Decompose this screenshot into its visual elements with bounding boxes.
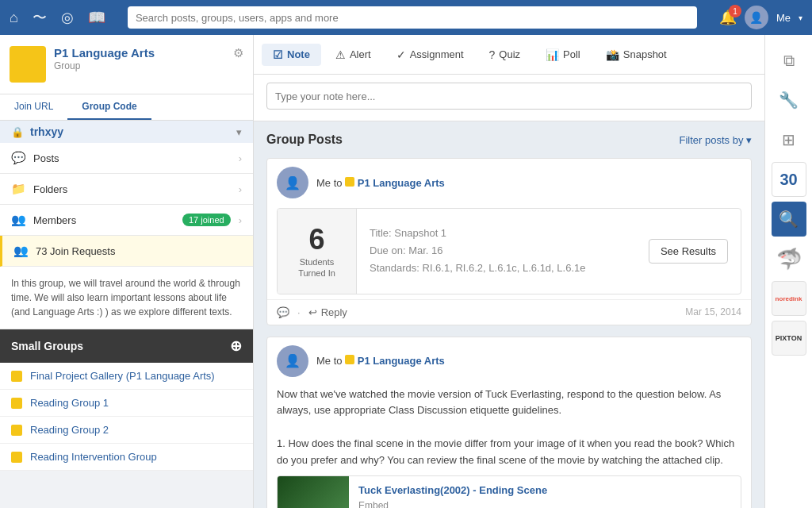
noredink-label: noredink — [776, 295, 802, 302]
tab-snapshot[interactable]: 📸 Snapshot — [595, 44, 678, 66]
tab-poll[interactable]: 📊 Poll — [534, 44, 592, 66]
tab-assignment[interactable]: ✓ Assignment — [385, 44, 475, 66]
author-text: Me to — [316, 355, 343, 367]
group-link[interactable]: P1 Language Arts — [358, 355, 445, 367]
small-group-item-reading-2[interactable]: Reading Group 2 — [0, 417, 253, 444]
quiz-icon: ? — [489, 48, 496, 61]
search-app-icon[interactable]: 🔍 — [772, 202, 806, 237]
filter-posts-button[interactable]: Filter posts by ▾ — [679, 134, 752, 146]
assignment-icon: ✓ — [396, 48, 406, 61]
lock-icon: 🔒 — [11, 126, 24, 138]
notification-badge: 1 — [729, 5, 741, 17]
snapshot-due: Mar. 16 — [408, 244, 442, 256]
help-icon[interactable]: ◎ — [61, 9, 74, 26]
noredink-icon[interactable]: noredink — [772, 281, 806, 316]
group-code-tab[interactable]: Group Code — [67, 94, 151, 120]
main-layout: P1 Language Arts Group ⚙ Join URL Group … — [0, 35, 812, 508]
nav-icons: ⌂ 〜 ◎ 📖 — [10, 8, 105, 27]
poll-icon: 📊 — [546, 48, 559, 61]
reply-icon: ↩ — [308, 306, 317, 318]
sidebar-item-join-requests[interactable]: 👥 73 Join Requests — [0, 236, 253, 267]
posts-header: Group Posts Filter posts by ▾ — [266, 133, 752, 147]
note-input[interactable] — [266, 83, 752, 110]
search-input[interactable] — [128, 6, 697, 29]
book-icon[interactable]: 📖 — [88, 9, 105, 26]
posts-area: Group Posts Filter posts by ▾ 👤 Me to P1… — [254, 121, 764, 508]
group-logo — [10, 46, 46, 83]
posts-label: Posts — [33, 152, 231, 164]
members-badge: 17 joined — [182, 214, 231, 226]
post-card-snapshot: 👤 Me to P1 Language Arts 6 StudentsTurne… — [266, 158, 752, 325]
snapshot-standards: RI.6.1, RI.6.2, L.6.1c, L.6.1d, L.6.1e — [423, 262, 586, 274]
join-requests-label: 73 Join Requests — [36, 245, 242, 257]
post-author: Me to P1 Language Arts — [316, 177, 445, 189]
center-content: ☑ Note ⚠ Alert ✓ Assignment ? Quiz 📊 Pol… — [254, 35, 764, 508]
embed-title[interactable]: Tuck Everlasting(2002) - Ending Scene — [358, 483, 547, 499]
tab-alert[interactable]: ⚠ Alert — [324, 44, 382, 66]
tab-quiz[interactable]: ? Quiz — [478, 44, 532, 66]
add-small-group-icon[interactable]: ⊕ — [230, 337, 242, 355]
reply-button[interactable]: ↩ Reply — [308, 306, 347, 318]
gear-icon[interactable]: ⚙ — [233, 46, 243, 60]
small-group-item-reading-intervention[interactable]: Reading Intervention Group — [0, 444, 253, 471]
small-groups-title: Small Groups — [11, 340, 83, 352]
home-icon[interactable]: ⌂ — [10, 10, 18, 26]
small-group-label: Reading Group 1 — [30, 397, 109, 409]
snapshot-count: 6 — [293, 223, 340, 256]
small-group-label: Reading Group 2 — [30, 424, 109, 436]
small-group-item-final-project[interactable]: Final Project Gallery (P1 Language Arts) — [0, 363, 253, 390]
group-code-row: 🔒 trhxyy ▾ — [0, 121, 253, 143]
pixton-icon[interactable]: PIXTON — [772, 321, 806, 356]
see-results-button[interactable]: See Results — [649, 239, 728, 264]
post-body: Now that we've watched the movie version… — [267, 382, 751, 508]
group-description: In this group, we will travel around the… — [0, 267, 253, 329]
group-dot-icon — [11, 452, 22, 463]
join-url-tab[interactable]: Join URL — [0, 94, 67, 120]
activity-icon[interactable]: 〜 — [33, 8, 47, 27]
avatar[interactable]: 👤 — [745, 6, 768, 29]
embed-card: Tuck Everlasting(2002) - Ending Scene Em… — [277, 475, 741, 508]
group-dot-icon — [11, 398, 22, 409]
copy-icon[interactable]: ⧉ — [772, 43, 806, 78]
small-group-label: Final Project Gallery (P1 Language Arts) — [30, 370, 215, 382]
separator: · — [297, 306, 301, 318]
small-group-item-reading-1[interactable]: Reading Group 1 — [0, 390, 253, 417]
join-tabs: Join URL Group Code — [0, 94, 253, 121]
apps-icon[interactable]: ⊞ — [772, 122, 806, 157]
post-date: Mar 15, 2014 — [685, 306, 741, 318]
posts-icon: 💬 — [11, 151, 25, 165]
user-menu-label[interactable]: Me — [776, 12, 791, 24]
sidebar-item-posts[interactable]: 💬 Posts › — [0, 143, 253, 174]
tab-alert-label: Alert — [350, 48, 371, 60]
avatar: 👤 — [277, 345, 308, 377]
calendar-widget[interactable]: 30 — [772, 162, 806, 197]
post-header: 👤 Me to P1 Language Arts — [267, 337, 751, 382]
snapshot-right: Title: Snapshot 1 Due on: Mar. 16 Standa… — [357, 209, 741, 294]
chevron-down-icon[interactable]: ▾ — [236, 126, 242, 138]
small-groups-header: Small Groups ⊕ — [0, 329, 253, 363]
app-3-icon[interactable]: 🦈 — [772, 241, 806, 276]
notification-bell[interactable]: 🔔 1 — [719, 9, 737, 26]
post-author: Me to P1 Language Arts — [316, 355, 445, 367]
post-header: 👤 Me to P1 Language Arts — [267, 159, 751, 203]
chevron-right-icon: › — [239, 152, 242, 164]
small-group-label: Reading Intervention Group — [30, 451, 157, 463]
snapshot-left: 6 StudentsTurned In — [278, 209, 357, 294]
sidebar-item-members[interactable]: 👥 Members 17 joined › — [0, 205, 253, 236]
snapshot-icon: 📸 — [606, 48, 619, 61]
note-area — [254, 75, 764, 121]
tab-assignment-label: Assignment — [410, 48, 464, 60]
posts-title: Group Posts — [266, 133, 343, 147]
author-text: Me to — [316, 177, 343, 189]
tab-bar: ☑ Note ⚠ Alert ✓ Assignment ? Quiz 📊 Pol… — [254, 35, 764, 75]
group-link[interactable]: P1 Language Arts — [358, 177, 445, 189]
join-requests-icon: 👥 — [13, 244, 28, 258]
tab-note[interactable]: ☑ Note — [262, 44, 321, 66]
group-type: Group — [54, 60, 225, 71]
embed-type: Embed — [358, 498, 547, 508]
members-label: Members — [33, 214, 174, 226]
sidebar-item-folders[interactable]: 📁 Folders › — [0, 174, 253, 205]
wrench-icon[interactable]: 🔧 — [772, 83, 806, 117]
snapshot-label: StudentsTurned In — [293, 256, 340, 279]
group-header: P1 Language Arts Group ⚙ — [0, 35, 253, 94]
